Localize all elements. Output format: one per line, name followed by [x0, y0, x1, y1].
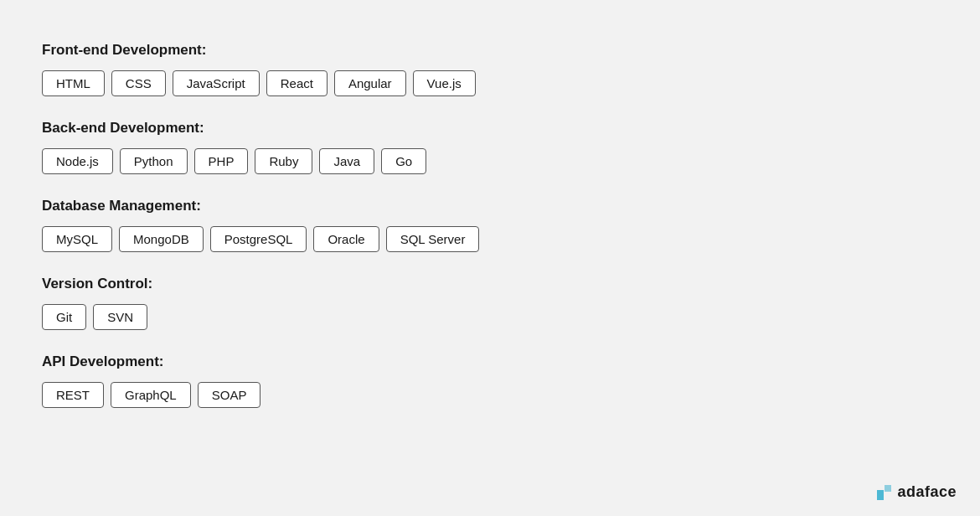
- tag-javascript[interactable]: JavaScript: [173, 70, 260, 96]
- tag-soap[interactable]: SOAP: [198, 382, 261, 408]
- section-api: API Development:RESTGraphQLSOAP: [42, 353, 938, 408]
- section-title-database: Database Management:: [42, 198, 938, 214]
- svg-rect-0: [877, 490, 884, 500]
- adaface-logo-icon: [877, 485, 892, 500]
- tag-angular[interactable]: Angular: [334, 70, 406, 96]
- tag-ruby[interactable]: Ruby: [255, 148, 312, 174]
- tag-java[interactable]: Java: [319, 148, 374, 174]
- tag-vue-js[interactable]: Vue.js: [413, 70, 476, 96]
- section-frontend: Front-end Development:HTMLCSSJavaScriptR…: [42, 42, 938, 96]
- main-content: Front-end Development:HTMLCSSJavaScriptR…: [0, 0, 980, 473]
- section-title-api: API Development:: [42, 353, 938, 370]
- tag-postgresql[interactable]: PostgreSQL: [210, 226, 307, 252]
- tag-css[interactable]: CSS: [111, 70, 166, 96]
- section-database: Database Management:MySQLMongoDBPostgreS…: [42, 198, 938, 252]
- section-title-versioncontrol: Version Control:: [42, 276, 938, 292]
- tags-row-api: RESTGraphQLSOAP: [42, 382, 938, 408]
- tag-sql-server[interactable]: SQL Server: [386, 226, 480, 252]
- svg-rect-1: [885, 485, 891, 492]
- tag-go[interactable]: Go: [381, 148, 426, 174]
- adaface-brand-text: adaface: [897, 483, 957, 501]
- section-title-backend: Back-end Development:: [42, 120, 938, 137]
- tag-python[interactable]: Python: [120, 148, 188, 174]
- tag-mongodb[interactable]: MongoDB: [119, 226, 204, 252]
- tags-row-backend: Node.jsPythonPHPRubyJavaGo: [42, 148, 938, 174]
- tag-svn[interactable]: SVN: [93, 304, 147, 330]
- section-backend: Back-end Development:Node.jsPythonPHPRub…: [42, 120, 938, 174]
- tag-react[interactable]: React: [266, 70, 328, 96]
- tag-git[interactable]: Git: [42, 304, 86, 330]
- tag-mysql[interactable]: MySQL: [42, 226, 112, 252]
- section-versioncontrol: Version Control:GitSVN: [42, 276, 938, 330]
- tags-row-database: MySQLMongoDBPostgreSQLOracleSQL Server: [42, 226, 938, 252]
- tags-row-versioncontrol: GitSVN: [42, 304, 938, 330]
- section-title-frontend: Front-end Development:: [42, 42, 938, 59]
- tag-node-js[interactable]: Node.js: [42, 148, 113, 174]
- branding: adaface: [877, 483, 957, 501]
- tag-rest[interactable]: REST: [42, 382, 104, 408]
- tag-php[interactable]: PHP: [194, 148, 249, 174]
- tag-oracle[interactable]: Oracle: [313, 226, 379, 252]
- tags-row-frontend: HTMLCSSJavaScriptReactAngularVue.js: [42, 70, 938, 96]
- tag-graphql[interactable]: GraphQL: [111, 382, 191, 408]
- tag-html[interactable]: HTML: [42, 70, 105, 96]
